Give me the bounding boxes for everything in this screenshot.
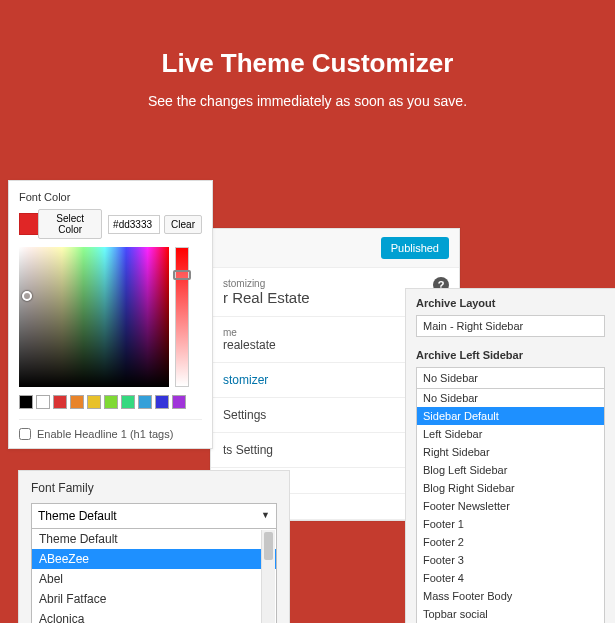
- enable-h1-checkbox[interactable]: [19, 428, 31, 440]
- sidebar-option[interactable]: Footer 3: [417, 551, 604, 569]
- color-spectrum[interactable]: [19, 247, 169, 387]
- current-color-swatch[interactable]: [19, 213, 39, 235]
- archive-panel: Archive Layout Main - Right Sidebar Arch…: [405, 288, 615, 623]
- sidebar-option[interactable]: No Sidebar: [417, 389, 604, 407]
- font-family-panel: Font Family Theme Default Theme DefaultA…: [18, 470, 290, 623]
- preset-swatch[interactable]: [36, 395, 50, 409]
- preset-swatches: [19, 395, 202, 409]
- sidebar-option[interactable]: Sidebar Default: [417, 407, 604, 425]
- font-family-select[interactable]: Theme Default: [31, 503, 277, 529]
- clear-button[interactable]: Clear: [164, 215, 202, 234]
- page-title: Live Theme Customizer: [20, 48, 595, 79]
- font-option[interactable]: ABeeZee: [32, 549, 276, 569]
- sidebar-option[interactable]: Left Sidebar: [417, 425, 604, 443]
- preset-swatch[interactable]: [87, 395, 101, 409]
- select-color-button[interactable]: Select Color: [38, 209, 102, 239]
- archive-left-sidebar-dropdown[interactable]: No SidebarSidebar DefaultLeft SidebarRig…: [416, 388, 605, 623]
- sidebar-option[interactable]: Footer 2: [417, 533, 604, 551]
- preset-swatch[interactable]: [155, 395, 169, 409]
- hue-handle-icon[interactable]: [173, 270, 191, 280]
- spectrum-cursor-icon[interactable]: [22, 291, 32, 301]
- font-family-selected: Theme Default: [38, 509, 117, 523]
- archive-left-sidebar-label: Archive Left Sidebar: [416, 349, 605, 361]
- sidebar-option[interactable]: Right Sidebar: [417, 443, 604, 461]
- sidebar-option[interactable]: Blog Left Sidebar: [417, 461, 604, 479]
- preset-swatch[interactable]: [19, 395, 33, 409]
- archive-layout-select[interactable]: Main - Right Sidebar: [416, 315, 605, 337]
- sidebar-option[interactable]: Footer 4: [417, 569, 604, 587]
- preset-swatch[interactable]: [138, 395, 152, 409]
- scrollbar[interactable]: [261, 530, 275, 623]
- archive-left-sidebar-select[interactable]: No Sidebar: [416, 367, 605, 389]
- font-option[interactable]: Theme Default: [32, 529, 276, 549]
- font-color-panel: Font Color Select Color Clear Enable Hea…: [8, 180, 213, 449]
- sidebar-option[interactable]: Footer Newsletter: [417, 497, 604, 515]
- preset-swatch[interactable]: [70, 395, 84, 409]
- font-option[interactable]: Abel: [32, 569, 276, 589]
- sidebar-option[interactable]: Footer 1: [417, 515, 604, 533]
- font-color-label: Font Color: [19, 191, 202, 203]
- page-subtitle: See the changes immediately as soon as y…: [20, 93, 595, 109]
- hex-input[interactable]: [108, 215, 160, 234]
- sidebar-option[interactable]: Blog Right Sidebar: [417, 479, 604, 497]
- scrollbar-thumb[interactable]: [264, 532, 273, 560]
- preset-swatch[interactable]: [172, 395, 186, 409]
- enable-h1-label: Enable Headline 1 (h1 tags): [37, 428, 173, 440]
- archive-layout-label: Archive Layout: [416, 297, 605, 309]
- sidebar-option[interactable]: Mass Footer Body: [417, 587, 604, 605]
- font-option[interactable]: Abril Fatface: [32, 589, 276, 609]
- font-family-dropdown[interactable]: Theme DefaultABeeZeeAbelAbril FatfaceAcl…: [31, 529, 277, 623]
- font-family-label: Font Family: [31, 481, 277, 495]
- sidebar-option[interactable]: Topbar social: [417, 605, 604, 623]
- preset-swatch[interactable]: [53, 395, 67, 409]
- published-button[interactable]: Published: [381, 237, 449, 259]
- preset-swatch[interactable]: [104, 395, 118, 409]
- font-option[interactable]: Aclonica: [32, 609, 276, 623]
- hue-slider[interactable]: [175, 247, 189, 387]
- preset-swatch[interactable]: [121, 395, 135, 409]
